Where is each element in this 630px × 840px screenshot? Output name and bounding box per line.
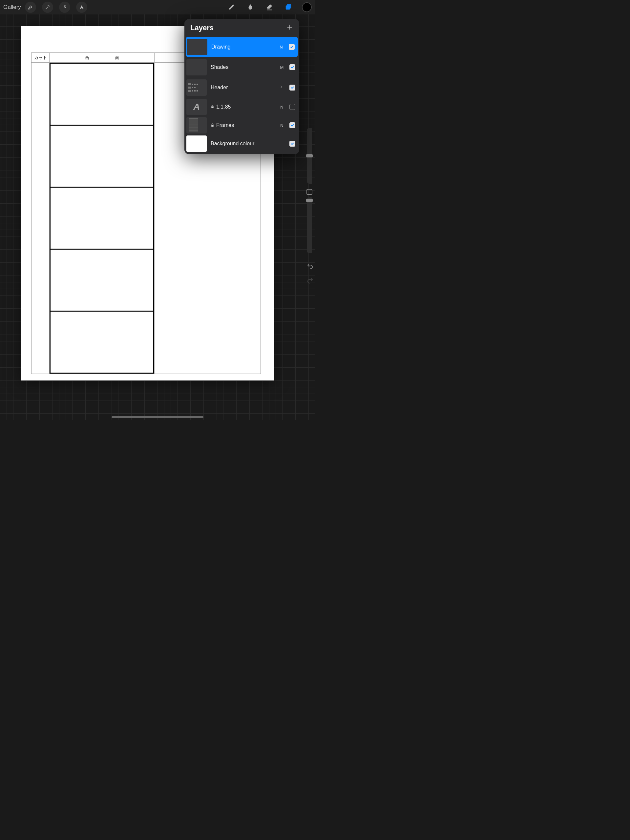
layer-name-label: Drawing bbox=[211, 44, 275, 50]
layer-name-label: 1:1.85 bbox=[211, 104, 275, 110]
brush-size-slider[interactable] bbox=[307, 128, 312, 184]
layer-thumbnail[interactable] bbox=[187, 39, 207, 55]
layer-visibility-checkbox[interactable] bbox=[290, 122, 295, 128]
storyboard-frame bbox=[51, 249, 153, 312]
layer-blend-mode[interactable]: N bbox=[279, 44, 283, 49]
side-slider-group bbox=[304, 128, 315, 256]
layer-thumbnail[interactable] bbox=[186, 79, 207, 96]
lock-icon bbox=[211, 105, 214, 109]
storyboard-frame bbox=[51, 188, 153, 249]
storyboard-picture-column: 画面 bbox=[49, 53, 155, 374]
layer-name-text: 1:1.85 bbox=[216, 104, 231, 110]
storyboard-frame bbox=[51, 126, 153, 188]
layer-thumbnail[interactable] bbox=[186, 59, 207, 76]
transform-arrow-icon[interactable] bbox=[76, 2, 87, 13]
adjustments-wand-icon[interactable] bbox=[42, 2, 53, 13]
layer-visibility-checkbox[interactable] bbox=[290, 141, 295, 147]
layer-visibility-checkbox[interactable] bbox=[289, 44, 294, 50]
layer-blend-mode[interactable]: M bbox=[280, 65, 284, 70]
storyboard-cut-column: カット bbox=[32, 53, 49, 374]
layers-panel: Layers DrawingNShadesMHeaderA1:1.85NFram… bbox=[184, 19, 299, 154]
layer-name-text: Frames bbox=[216, 122, 234, 128]
layer-thumbnail[interactable] bbox=[186, 136, 207, 152]
layer-blend-mode[interactable]: N bbox=[280, 105, 284, 109]
selection-s-icon[interactable] bbox=[59, 2, 70, 13]
layer-row[interactable]: A1:1.85N bbox=[184, 98, 299, 116]
brush-tool-icon[interactable] bbox=[226, 2, 237, 13]
layer-name-label: Background colour bbox=[211, 141, 285, 147]
layer-thumbnail[interactable]: A bbox=[186, 99, 207, 115]
undo-button[interactable] bbox=[307, 262, 314, 271]
layer-thumbnail[interactable] bbox=[186, 117, 207, 134]
layer-visibility-checkbox[interactable] bbox=[290, 85, 295, 90]
layer-row[interactable]: ShadesM bbox=[184, 57, 299, 77]
eraser-tool-icon[interactable] bbox=[264, 2, 275, 13]
modify-button[interactable] bbox=[307, 189, 312, 195]
layer-visibility-checkbox[interactable] bbox=[290, 104, 295, 110]
layer-name-text: Background colour bbox=[211, 141, 254, 147]
layer-row[interactable]: FramesN bbox=[184, 116, 299, 134]
redo-button[interactable] bbox=[307, 277, 314, 285]
layers-tool-icon[interactable] bbox=[283, 2, 294, 13]
svg-rect-1 bbox=[287, 4, 291, 8]
side-ops-group bbox=[307, 262, 314, 285]
layer-blend-mode[interactable]: N bbox=[280, 123, 284, 128]
storyboard-picture-header: 画面 bbox=[49, 53, 154, 63]
layer-name-text: Header bbox=[211, 85, 228, 90]
layer-name-label: Frames bbox=[211, 122, 275, 128]
active-color-swatch[interactable] bbox=[302, 2, 312, 12]
add-layer-button[interactable] bbox=[286, 24, 293, 32]
top-toolbar: Gallery bbox=[0, 0, 315, 14]
actions-wrench-icon[interactable] bbox=[25, 2, 36, 13]
storyboard-frame bbox=[51, 64, 153, 126]
home-indicator[interactable] bbox=[112, 416, 203, 418]
chevron-right-icon[interactable] bbox=[279, 85, 283, 90]
layer-row[interactable]: Background colour bbox=[184, 134, 299, 153]
lock-icon bbox=[211, 123, 214, 128]
storyboard-cut-header: カット bbox=[32, 53, 49, 63]
layer-name-text: Drawing bbox=[211, 44, 231, 50]
layer-name-label: Header bbox=[211, 85, 275, 90]
layer-row[interactable]: DrawingN bbox=[186, 37, 298, 57]
layer-name-label: Shades bbox=[211, 64, 275, 70]
layers-panel-header: Layers bbox=[184, 19, 299, 37]
brush-opacity-slider[interactable] bbox=[307, 197, 312, 253]
gallery-button[interactable]: Gallery bbox=[3, 4, 21, 11]
storyboard-frames bbox=[49, 63, 154, 374]
layer-row[interactable]: Header bbox=[184, 77, 299, 98]
layers-panel-title: Layers bbox=[190, 24, 214, 32]
storyboard-frame bbox=[51, 312, 153, 373]
layer-name-text: Shades bbox=[211, 64, 228, 70]
smudge-tool-icon[interactable] bbox=[245, 2, 256, 13]
layer-visibility-checkbox[interactable] bbox=[290, 64, 295, 70]
